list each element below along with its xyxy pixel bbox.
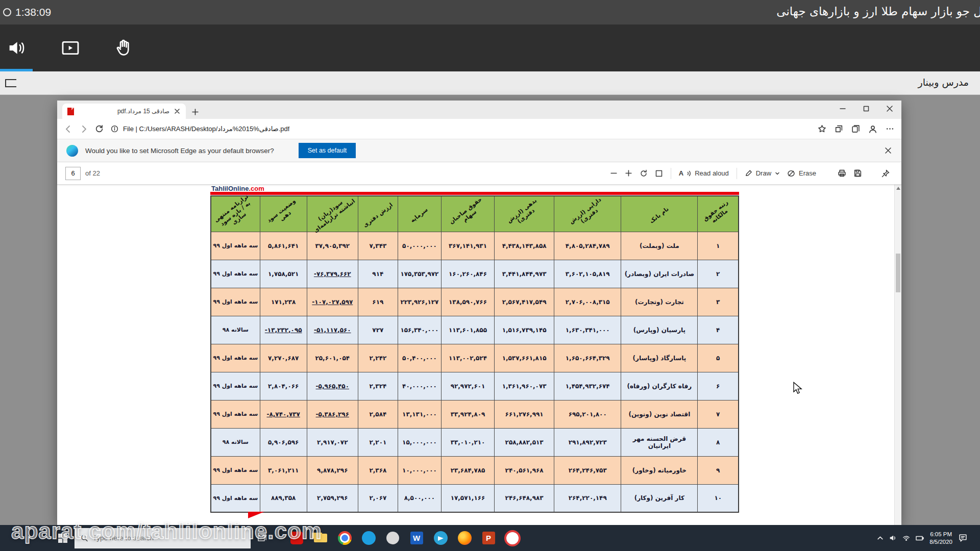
cell-book_value: ۲,۲۴۲ [358, 344, 398, 372]
cell-bank: تجارت (وتجارت) [621, 288, 698, 316]
info-icon[interactable] [111, 125, 118, 133]
volume-icon[interactable] [889, 534, 897, 542]
cell-retained: ۲,۷۵۹,۲۹۶ [307, 484, 358, 512]
cell-assets: ۱,۶۵۰,۶۶۴,۳۲۹ [554, 344, 621, 372]
search-input[interactable] [93, 534, 244, 542]
favorites-bar-icon[interactable] [835, 124, 843, 133]
cell-period: سه ماهه اول ۹۹ [211, 456, 260, 484]
close-button[interactable] [878, 101, 901, 117]
cell-equity: ۳۳,۰۱۰,۲۱۰ [441, 428, 494, 456]
cell-equity: ۳۳,۹۲۴,۸۰۹ [441, 400, 494, 428]
tab-pdf[interactable]: صادقی 15 مرداد.pdf [62, 104, 186, 119]
settings-menu-icon[interactable] [886, 124, 894, 133]
instructor-label: مدرس وبینار [918, 77, 969, 88]
table-row: ۷اقتصاد نوین (ونوین)۶۹۵,۲۰۱,۸۰۰۶۶۱,۲۷۶,۹… [211, 400, 739, 428]
erase-button[interactable]: Erase [783, 167, 820, 180]
cell-assets: ۶۹۵,۲۰۱,۸۰۰ [554, 400, 621, 428]
maximize-button[interactable] [854, 101, 878, 117]
cell-capital: ۵۰,۰۰۰,۰۰۰ [398, 232, 441, 260]
notification-close-icon[interactable] [884, 146, 892, 155]
taskbar-app-powerpoint[interactable] [480, 530, 497, 546]
column-header: حقوق صاحبان سهام [441, 196, 494, 232]
cell-period: سه ماهه اول ۹۹ [211, 232, 260, 260]
set-as-default-button[interactable]: Set as default [299, 143, 356, 158]
cell-bank: پارسیان (وپارس) [621, 316, 698, 344]
page-number-input[interactable]: 6 [65, 167, 81, 180]
chevron-down-icon [775, 171, 780, 176]
cell-capital: ۱۵۶,۳۴۰,۰۰۰ [398, 316, 441, 344]
read-aloud-button[interactable]: A Read aloud [675, 167, 732, 179]
cell-assets: ۲۶۴,۲۲۰,۱۴۹ [554, 484, 621, 512]
table-row: ۵پاسارگاد (وپاسار)۱,۶۵۰,۶۶۴,۳۲۹۱,۵۳۷,۶۶۱… [211, 344, 739, 372]
cell-profit_status: ۱۷۱,۲۳۸ [260, 288, 307, 316]
cell-assets: ۳,۶۰۲,۱۰۵,۸۱۹ [554, 260, 621, 288]
cell-capital: ۱۵,۰۰۰,۰۰۰ [398, 428, 441, 456]
zoom-out-button[interactable] [606, 167, 621, 179]
windows-logo-icon [58, 533, 68, 543]
cell-profit_status: ۵,۸۶۱,۶۴۱ [260, 232, 307, 260]
print-button[interactable] [834, 167, 850, 180]
collections-icon[interactable] [851, 124, 860, 133]
new-tab-button[interactable] [191, 108, 200, 116]
task-view-icon [257, 533, 267, 543]
battery-icon[interactable] [916, 535, 924, 541]
back-icon[interactable] [64, 125, 72, 133]
pin-toolbar-icon[interactable] [878, 167, 893, 180]
table-row: ۶رفاه کارگران (ورفاه)۱,۴۵۴,۹۳۲,۶۷۴۱,۳۶۱,… [211, 372, 739, 400]
forward-icon[interactable] [80, 125, 88, 133]
minimize-button[interactable] [831, 101, 854, 117]
action-center-icon[interactable] [958, 533, 968, 543]
cell-equity: ۱۷,۵۷۱,۱۶۶ [441, 484, 494, 512]
taskbar-search[interactable] [75, 528, 251, 548]
taskbar-app-acrobat-reader[interactable] [288, 530, 305, 546]
url-text: File | C:/Users/ARASH/Desktop/صادقی%2015… [123, 125, 289, 133]
clock-date: 8/5/2020 [929, 538, 952, 546]
taskbar-app-skype[interactable] [360, 530, 377, 546]
rotate-button[interactable] [636, 167, 651, 180]
cell-retained: ۲۵,۶۰۱,۰۵۴ [307, 344, 358, 372]
cell-rank: ۹ [698, 456, 739, 484]
scroll-up-icon[interactable] [896, 187, 900, 190]
column-header: ارزش دفتری [358, 196, 398, 232]
taskbar-clock[interactable]: 6:05 PM 8/5/2020 [929, 531, 952, 546]
cell-profit_status: -۸,۷۴۰,۷۳۷ [260, 400, 307, 428]
cell-debt: ۲۵۸,۸۸۲,۵۱۳ [495, 428, 554, 456]
profile-avatar-icon[interactable] [868, 124, 877, 134]
taskbar-app-telegram[interactable] [432, 530, 449, 546]
tray-chevron-up-icon[interactable] [877, 535, 884, 541]
network-icon[interactable] [902, 534, 910, 542]
taskbar-app-chrome[interactable] [336, 530, 353, 546]
taskbar-app-word[interactable] [408, 530, 425, 546]
pen-icon [745, 169, 752, 177]
column-header: ترازنامه منتهی به / بازه سود سازی [211, 196, 260, 232]
sound-waves-icon [687, 170, 691, 177]
url-field[interactable]: File | C:/Users/ARASH/Desktop/صادقی%2015… [111, 125, 811, 133]
cell-bank: صادرات ایران (وبصادر) [621, 260, 698, 288]
edge-logo-icon [66, 145, 78, 157]
task-view-button[interactable] [251, 525, 273, 551]
tab-strip: صادقی 15 مرداد.pdf [57, 101, 901, 119]
cell-capital: ۱۰,۰۰۰,۰۰۰ [398, 456, 441, 484]
video-tool-button[interactable] [54, 24, 87, 71]
taskbar-app-firefox[interactable] [456, 530, 473, 546]
audio-tool-button[interactable] [0, 24, 33, 71]
screen-frame-icon[interactable] [5, 79, 16, 87]
scrollbar-thumb[interactable] [896, 254, 900, 292]
pdf-toolbar: 6 of 22 A Read aloud Draw Erase [57, 162, 901, 185]
fit-to-page-button[interactable] [651, 167, 667, 180]
taskbar-app-file-explorer[interactable] [312, 530, 329, 546]
zoom-in-button[interactable] [621, 167, 636, 179]
cell-debt: ۱,۵۱۶,۷۳۹,۱۴۵ [495, 316, 554, 344]
pdf-scrollbar[interactable] [894, 185, 901, 525]
save-button[interactable] [850, 167, 866, 180]
refresh-icon[interactable] [95, 124, 104, 133]
hand-tool-button[interactable] [108, 24, 141, 71]
taskbar-app-media-player[interactable] [384, 530, 401, 546]
tab-close-icon[interactable] [174, 108, 181, 115]
speaker-icon [6, 38, 27, 58]
start-button[interactable] [51, 525, 75, 551]
taskbar-app-screen-recorder[interactable] [504, 530, 521, 546]
favorite-star-icon[interactable] [818, 124, 826, 133]
draw-button[interactable]: Draw [741, 167, 783, 179]
pdf-content: TahlilOnline.com رتبه حقوق مالکانهنام با… [57, 185, 901, 525]
